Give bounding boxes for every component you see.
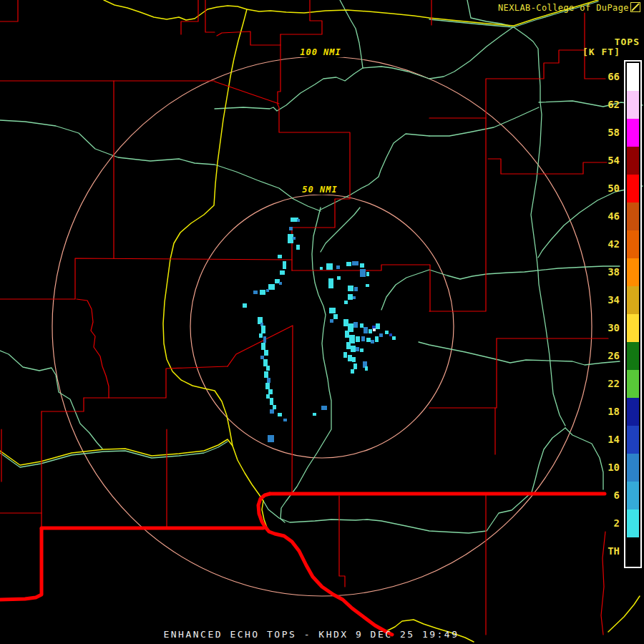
- echo-cell: [348, 294, 353, 300]
- county-line: [217, 31, 280, 45]
- echo-cell: [280, 270, 285, 275]
- echo-cell: [389, 333, 392, 336]
- scale-segment-54: [627, 147, 639, 175]
- echo-cell: [356, 336, 360, 342]
- echo-cell: [369, 329, 372, 333]
- county-line: [84, 366, 228, 398]
- echo-cell: [268, 389, 273, 394]
- echo-cell: [333, 314, 338, 319]
- highway-line: [0, 439, 233, 465]
- echo-cell: [344, 301, 348, 304]
- echo-cell: [266, 394, 270, 399]
- county-line: [0, 0, 18, 21]
- echo-cell: [265, 383, 270, 389]
- county-line: [280, 0, 322, 34]
- echo-cell: [270, 398, 273, 405]
- echo-cell: [266, 366, 270, 371]
- echo-cell: [353, 364, 357, 369]
- echo-cell: [253, 291, 258, 294]
- scale-heading: TOPS: [615, 36, 640, 47]
- echo-cell: [321, 406, 327, 410]
- scale-segment-TH: [627, 537, 639, 565]
- scale-segment-62: [627, 91, 639, 119]
- scale-label: 46: [588, 210, 620, 223]
- echo-cell: [360, 348, 364, 352]
- scale-label: 62: [588, 98, 620, 111]
- echo-cell: [273, 405, 276, 409]
- echo-cell: [293, 237, 296, 240]
- echo-cell: [283, 261, 286, 269]
- county-line: [181, 0, 198, 34]
- echo-cell: [361, 336, 365, 341]
- scale-segment-30: [627, 314, 639, 342]
- river-line: [280, 208, 331, 522]
- echo-cell: [373, 328, 376, 331]
- scale-segment-14: [627, 426, 639, 454]
- echo-cell: [289, 227, 293, 230]
- echo-cell: [343, 352, 347, 358]
- echo-cell: [328, 278, 333, 288]
- scale-label: 30: [588, 321, 620, 334]
- echo-cell: [260, 290, 265, 295]
- scale-segment-58: [627, 119, 639, 147]
- echo-cell: [266, 289, 269, 292]
- echo-cell: [351, 346, 356, 352]
- product-caption: ENHANCED ECHO TOPS - KHDX 9 DEC 25 19:49: [0, 629, 623, 640]
- scale-segment-42: [627, 230, 639, 258]
- echo-cell: [320, 267, 323, 270]
- scale-segment-50: [627, 175, 639, 203]
- echo-cell: [260, 356, 264, 359]
- scale-segment-26: [627, 342, 639, 370]
- echo-cell: [366, 272, 369, 276]
- echo-cell: [346, 342, 351, 349]
- echo-cell: [353, 296, 356, 299]
- echo-cell: [261, 343, 265, 350]
- echo-cell: [336, 265, 340, 269]
- scale-segment-22: [627, 370, 639, 398]
- river-line: [381, 266, 620, 310]
- state-border-line: [258, 494, 392, 635]
- echo-cell: [348, 355, 352, 361]
- echo-cell: [313, 413, 316, 416]
- scale-segment-10: [627, 454, 639, 482]
- county-line: [205, 0, 215, 32]
- scale-segment-2: [627, 509, 639, 537]
- scale-label: 2: [588, 517, 620, 530]
- echo-cell: [297, 219, 300, 222]
- range-ring: [52, 57, 592, 596]
- radar-display: NEXLAB-College of DuPage TOPS [K FT] 666…: [0, 0, 644, 644]
- river-line: [321, 134, 429, 210]
- highway-line: [608, 596, 640, 632]
- echo-cell: [346, 262, 351, 266]
- river-line: [429, 107, 539, 136]
- scale-label: 42: [588, 238, 620, 250]
- echo-cell: [263, 359, 268, 366]
- echo-cell: [326, 263, 333, 270]
- echo-cell: [279, 282, 282, 285]
- radar-map: [0, 0, 644, 644]
- echo-cell: [268, 435, 274, 442]
- county-line: [77, 299, 109, 398]
- scale-label: 34: [588, 293, 620, 306]
- echo-cell: [348, 286, 353, 291]
- river-line: [321, 208, 360, 252]
- river-line: [0, 351, 102, 449]
- echo-cell: [376, 323, 380, 329]
- echo-cell: [267, 378, 270, 383]
- echo-cell: [352, 261, 358, 265]
- echo-cell: [329, 308, 336, 313]
- scale-label: 22: [588, 377, 620, 390]
- scale-label: 50: [588, 182, 620, 195]
- scale-segment-66: [627, 63, 639, 91]
- echo-cell: [379, 333, 383, 337]
- echo-cell: [264, 371, 268, 378]
- scale-label: 26: [588, 349, 620, 362]
- scale-units-label: [K FT]: [582, 47, 620, 57]
- echo-cell: [283, 419, 287, 421]
- scale-label: 38: [588, 265, 620, 278]
- echo-cell: [352, 357, 356, 362]
- echo-cell: [261, 326, 265, 333]
- echo-cell: [343, 319, 348, 326]
- river-line: [0, 441, 228, 467]
- scale-segment-38: [627, 258, 639, 286]
